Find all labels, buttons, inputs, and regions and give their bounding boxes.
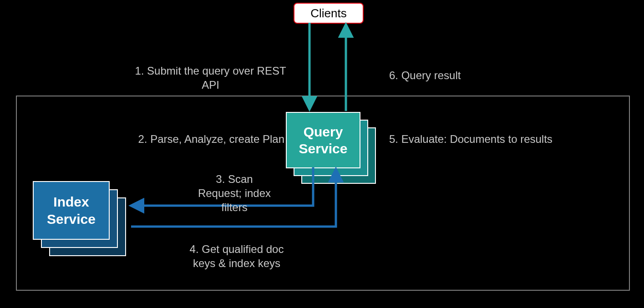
index-service-stack: Index Service bbox=[33, 181, 131, 258]
step4-label: 4. Get qualified doc keys & index keys bbox=[168, 242, 305, 270]
step3-label: 3. Scan Request; index filters bbox=[173, 172, 296, 215]
clients-box: Clients bbox=[294, 3, 364, 24]
step2-label: 2. Parse, Analyze, create Plan bbox=[116, 132, 284, 146]
clients-label: Clients bbox=[310, 6, 346, 20]
diagram-canvas: Clients Query Service Index Service bbox=[0, 0, 644, 308]
step5-label: 5. Evaluate: Documents to results bbox=[389, 132, 580, 146]
query-service-stack: Query Service bbox=[286, 112, 377, 185]
index-service-label: Index Service bbox=[34, 193, 109, 227]
step6-label: 6. Query result bbox=[389, 68, 489, 82]
query-service-label: Query Service bbox=[287, 123, 360, 157]
step1-label: 1. Submit the query over REST API bbox=[123, 64, 298, 92]
